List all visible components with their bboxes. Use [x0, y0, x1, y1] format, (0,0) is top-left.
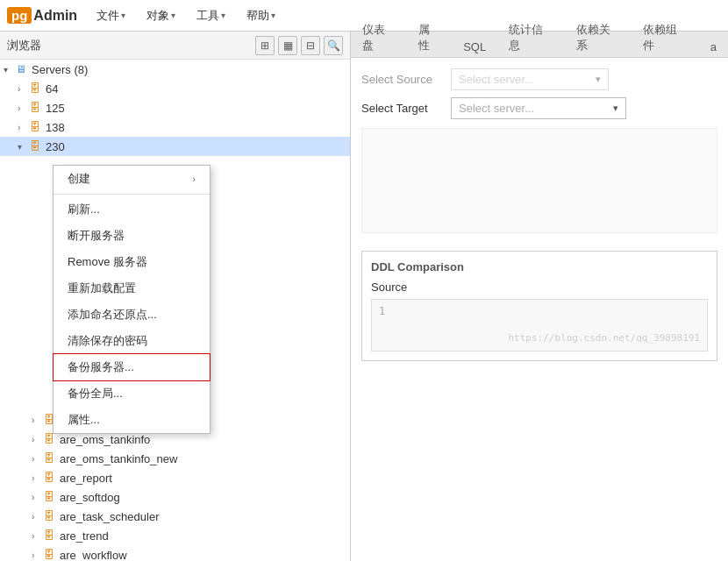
db-icon: 🗄	[42, 529, 56, 543]
tree-item-64[interactable]: › 🗄 64	[0, 79, 350, 98]
code-area[interactable]: 1 https://blog.csdn.net/qq_39898191	[371, 299, 708, 352]
filter-icon[interactable]: ⊞	[255, 36, 275, 55]
expand-arrow-icon[interactable]: ›	[18, 103, 28, 113]
chevron-down-icon: ▾	[121, 11, 125, 20]
server-icon: 🗄	[28, 139, 42, 153]
expand-arrow-icon[interactable]: ▾	[18, 142, 28, 152]
tab-sql[interactable]: SQL	[452, 35, 497, 58]
ctx-add-restore-point[interactable]: 添加命名还原点...	[54, 302, 210, 328]
tree-item-125[interactable]: › 🗄 125	[0, 98, 350, 117]
ctx-remove-server[interactable]: Remove 服务器	[54, 249, 210, 275]
server-icon: 🗄	[28, 82, 42, 96]
tab-dependents[interactable]: 依赖组件	[632, 17, 699, 58]
logo-pg: pg	[7, 7, 32, 24]
expand-arrow-icon[interactable]: ›	[32, 531, 42, 541]
ctx-clear-saved-password[interactable]: 清除保存的密码	[54, 328, 210, 354]
source-label: Source	[371, 280, 708, 294]
expand-arrow-icon[interactable]: ›	[32, 493, 42, 502]
db-icon: 🗄	[42, 548, 56, 561]
content-area: Select Source Select server... ▾ Select …	[351, 58, 728, 561]
db-are-trend[interactable]: › 🗄 are_trend	[0, 526, 350, 545]
db-icon: 🗄	[42, 471, 56, 485]
submenu-arrow-icon: ›	[192, 174, 196, 184]
tree-item-230[interactable]: ▾ 🗄 230	[0, 137, 350, 156]
main-layout: 浏览器 ⊞ ▦ ⊟ 🔍 ▾ 🖥 Servers (8) › 🗄 64	[0, 32, 728, 561]
expand-arrow-icon[interactable]: ›	[32, 550, 42, 560]
app-logo: pg Admin	[7, 7, 77, 24]
ctx-backup-server[interactable]: 备份服务器...	[54, 354, 210, 380]
tabs-bar: 仪表盘 属性 SQL 统计信息 依赖关系 依赖组件 a	[351, 32, 728, 58]
expand-arrow-icon[interactable]: ›	[18, 123, 28, 132]
chevron-down-icon: ▾	[171, 11, 175, 20]
tree-area: ▾ 🖥 Servers (8) › 🗄 64 › 🗄 125 › 🗄 138	[0, 60, 350, 561]
tab-extra[interactable]: a	[699, 35, 728, 58]
menu-help[interactable]: 帮助 ▾	[241, 4, 281, 27]
ddl-comparison-section: DDL Comparison Source 1 https://blog.csd…	[361, 251, 717, 361]
expand-arrow-icon[interactable]: ›	[32, 415, 42, 425]
tab-properties[interactable]: 属性	[407, 17, 452, 58]
context-menu: 创建 › 刷新... 断开服务器 Remove 服务器 重新加载配置 添加命名还…	[53, 165, 211, 434]
tab-dependencies[interactable]: 依赖关系	[565, 17, 632, 58]
browser-icons: ⊞ ▦ ⊟ 🔍	[255, 36, 343, 55]
expand-arrow-icon[interactable]: ›	[32, 473, 42, 483]
expand-arrow-icon[interactable]: ▾	[4, 65, 14, 75]
select-source-dropdown[interactable]: Select server... ▾	[451, 68, 609, 90]
expand-arrow-icon[interactable]: ›	[18, 84, 28, 94]
chevron-down-icon: ▾	[271, 11, 275, 20]
tag-icon[interactable]: ⊟	[301, 36, 320, 55]
db-are-oms-tankinfo-new[interactable]: › 🗄 are_oms_tankinfo_new	[0, 449, 350, 468]
left-panel: 浏览器 ⊞ ▦ ⊟ 🔍 ▾ 🖥 Servers (8) › 🗄 64	[0, 32, 351, 561]
ctx-separator	[54, 194, 210, 195]
db-icon: 🗄	[42, 432, 56, 446]
db-are-workflow[interactable]: › 🗄 are_workflow	[0, 545, 350, 561]
tab-statistics[interactable]: 统计信息	[497, 17, 565, 58]
db-are-task-scheduler[interactable]: › 🗄 are_task_scheduler	[0, 507, 350, 526]
db-icon: 🗄	[42, 509, 56, 523]
menu-tools[interactable]: 工具 ▾	[191, 4, 231, 27]
browser-header: 浏览器 ⊞ ▦ ⊟ 🔍	[0, 32, 350, 60]
tree-item-138[interactable]: › 🗄 138	[0, 117, 350, 137]
server-icon: 🗄	[28, 120, 42, 134]
select-target-row: Select Target Select server... ▾	[361, 97, 717, 119]
db-are-report[interactable]: › 🗄 are_report	[0, 468, 350, 487]
expand-arrow-icon[interactable]: ›	[32, 512, 42, 522]
select-source-label: Select Source	[361, 73, 440, 86]
db-are-softdog[interactable]: › 🗄 are_softdog	[0, 487, 350, 507]
server-icon: 🗄	[28, 101, 42, 115]
select-target-label: Select Target	[361, 102, 440, 115]
ctx-properties[interactable]: 属性...	[54, 407, 210, 433]
search-icon[interactable]: 🔍	[324, 36, 343, 55]
chevron-down-icon: ▾	[596, 74, 601, 85]
logo-admin: Admin	[33, 8, 77, 24]
select-source-row: Select Source Select server... ▾	[361, 68, 717, 90]
ctx-create[interactable]: 创建 ›	[54, 166, 210, 192]
servers-icon: 🖥	[14, 62, 28, 76]
chevron-down-icon: ▾	[221, 11, 225, 20]
tab-dashboard[interactable]: 仪表盘	[351, 17, 407, 58]
line-number: 1	[379, 305, 385, 317]
ctx-backup-global[interactable]: 备份全局...	[54, 380, 210, 407]
menu-file[interactable]: 文件 ▾	[91, 4, 131, 27]
browser-title: 浏览器	[7, 38, 41, 53]
expand-arrow-icon[interactable]: ›	[32, 435, 42, 444]
ctx-reload-config[interactable]: 重新加载配置	[54, 275, 210, 302]
table-icon[interactable]: ▦	[278, 36, 297, 55]
chevron-down-icon: ▾	[613, 103, 618, 114]
menu-object[interactable]: 对象 ▾	[141, 4, 181, 27]
select-target-dropdown[interactable]: Select server... ▾	[451, 97, 626, 119]
empty-area	[361, 128, 717, 233]
db-icon: 🗄	[42, 490, 56, 504]
tree-servers-root[interactable]: ▾ 🖥 Servers (8)	[0, 60, 350, 79]
db-icon: 🗄	[42, 451, 56, 465]
right-panel: 仪表盘 属性 SQL 统计信息 依赖关系 依赖组件 a Select Sourc…	[351, 32, 728, 561]
watermark-text: https://blog.csdn.net/qq_39898191	[508, 332, 700, 344]
ctx-refresh[interactable]: 刷新...	[54, 196, 210, 223]
ddl-comparison-title: DDL Comparison	[371, 260, 708, 273]
expand-arrow-icon[interactable]: ›	[32, 454, 42, 464]
ctx-disconnect[interactable]: 断开服务器	[54, 223, 210, 249]
